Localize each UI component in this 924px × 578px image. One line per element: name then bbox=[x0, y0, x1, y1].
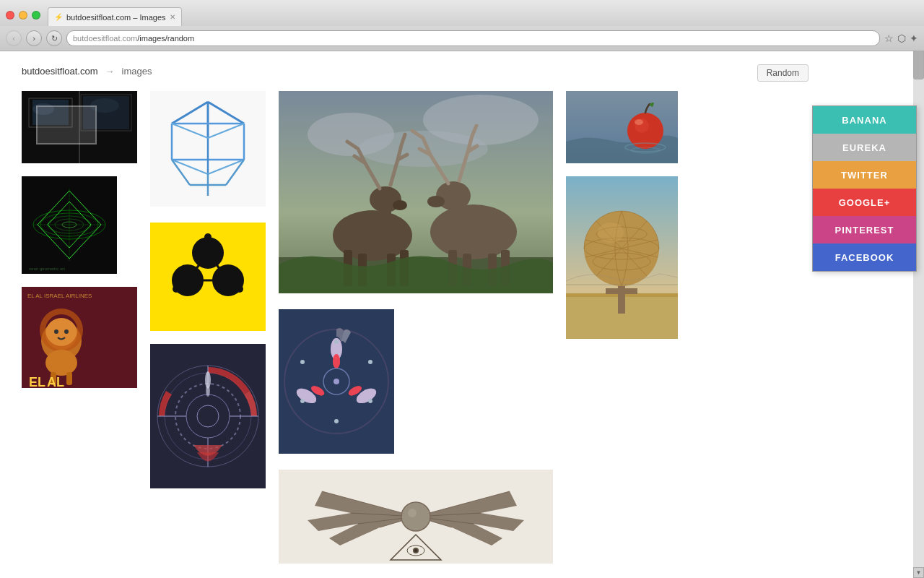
bookmark-icon[interactable]: ☆ bbox=[884, 33, 894, 44]
svg-point-7 bbox=[90, 98, 119, 113]
site-name[interactable]: butdoesitfloat.com bbox=[22, 66, 98, 77]
random-button[interactable]: Random bbox=[757, 64, 808, 82]
svg-point-28 bbox=[54, 329, 58, 334]
image-circular-art[interactable] bbox=[279, 309, 553, 457]
window-controls bbox=[6, 11, 40, 20]
dropdown-pinterest[interactable]: PINTEREST bbox=[813, 216, 916, 243]
image-apple[interactable] bbox=[566, 91, 678, 163]
svg-point-118 bbox=[408, 509, 417, 517]
dropdown-banana[interactable]: BANANA bbox=[813, 106, 916, 134]
svg-point-114 bbox=[300, 399, 305, 403]
back-button[interactable]: ‹ bbox=[6, 30, 22, 46]
extension-icon[interactable]: ⬡ bbox=[897, 33, 906, 44]
svg-point-142 bbox=[598, 223, 624, 243]
svg-point-86 bbox=[393, 200, 407, 210]
svg-point-105 bbox=[333, 354, 340, 368]
scroll-down-button[interactable]: ▼ bbox=[913, 567, 924, 578]
forward-button[interactable]: › bbox=[26, 30, 42, 46]
minimize-button[interactable] bbox=[19, 11, 27, 20]
dropdown-twitter[interactable]: TWITTER bbox=[813, 161, 916, 189]
image-grid: neon geometric art EL AL ISRAEL AIRLINES bbox=[22, 91, 902, 566]
svg-rect-2 bbox=[32, 100, 69, 125]
image-moose[interactable] bbox=[279, 91, 553, 296]
svg-point-93 bbox=[427, 196, 445, 207]
browser-chrome: ⚡ butdoesitfloat.com – Images ✕ ‹ › ↻ bu… bbox=[0, 0, 924, 51]
dropdown-facebook[interactable]: FACEBOOK bbox=[813, 243, 916, 271]
image-geodesic-sphere[interactable] bbox=[566, 176, 678, 339]
svg-point-109 bbox=[334, 379, 339, 384]
settings-icon[interactable]: ✦ bbox=[910, 33, 918, 44]
col-3 bbox=[279, 91, 553, 566]
maximize-button[interactable] bbox=[32, 11, 40, 20]
image-logo[interactable] bbox=[150, 223, 266, 331]
svg-point-29 bbox=[64, 329, 69, 334]
browser-toolbar: ‹ › ↻ butdoesitfloat.com /images/random … bbox=[0, 26, 924, 51]
dropdown-menu: BANANA EUREKA TWITTER GOOGLE+ PINTEREST … bbox=[812, 105, 917, 272]
scrollbar-thumb[interactable] bbox=[913, 51, 924, 79]
svg-rect-32 bbox=[66, 372, 72, 385]
svg-point-61 bbox=[236, 285, 243, 293]
svg-text:EL AL ISRAEL AIRLINES: EL AL ISRAEL AIRLINES bbox=[27, 293, 92, 299]
browser-tab[interactable]: ⚡ butdoesitfloat.com – Images ✕ bbox=[48, 7, 182, 26]
svg-point-111 bbox=[368, 360, 372, 364]
col-4 bbox=[566, 91, 678, 566]
svg-point-115 bbox=[300, 360, 305, 364]
svg-text:EL: EL bbox=[29, 375, 45, 388]
image-pattern[interactable] bbox=[150, 344, 266, 491]
tab-title: butdoesitfloat.com – Images bbox=[66, 13, 166, 22]
svg-point-6 bbox=[32, 103, 54, 115]
url-path: /images/random bbox=[137, 34, 194, 43]
svg-point-59 bbox=[204, 233, 212, 241]
toolbar-icons: ☆ ⬡ ✦ bbox=[884, 33, 918, 44]
page-content: butdoesitfloat.com → images Random BANAN… bbox=[0, 51, 924, 578]
svg-point-112 bbox=[368, 399, 372, 403]
svg-text:AL: AL bbox=[47, 375, 64, 388]
svg-point-117 bbox=[401, 502, 430, 531]
address-bar[interactable]: butdoesitfloat.com /images/random bbox=[66, 30, 880, 46]
svg-text:neon geometric art: neon geometric art bbox=[29, 267, 65, 271]
svg-point-60 bbox=[173, 285, 180, 293]
svg-point-126 bbox=[635, 119, 643, 125]
close-button[interactable] bbox=[6, 11, 14, 20]
image-israel-airlines[interactable]: EL AL ISRAEL AIRLINES EL bbox=[22, 287, 137, 388]
col-1: neon geometric art EL AL ISRAEL AIRLINES bbox=[22, 91, 137, 566]
url-base: butdoesitfloat.com bbox=[73, 34, 137, 43]
tab-icon: ⚡ bbox=[54, 13, 63, 21]
svg-point-110 bbox=[334, 340, 339, 344]
breadcrumb-arrow: → bbox=[105, 66, 115, 77]
svg-point-73 bbox=[206, 385, 210, 397]
image-neon[interactable]: neon geometric art bbox=[22, 176, 117, 274]
svg-point-122 bbox=[414, 549, 417, 552]
svg-point-30 bbox=[45, 350, 77, 376]
tab-close-icon[interactable]: ✕ bbox=[170, 13, 175, 21]
svg-point-113 bbox=[334, 419, 339, 423]
image-structure[interactable] bbox=[150, 91, 266, 210]
dropdown-eureka[interactable]: EUREKA bbox=[813, 134, 916, 161]
svg-rect-133 bbox=[606, 288, 637, 294]
browser-titlebar: ⚡ butdoesitfloat.com – Images ✕ bbox=[0, 0, 924, 26]
image-wings[interactable] bbox=[279, 470, 553, 566]
col-2 bbox=[150, 91, 266, 566]
refresh-button[interactable]: ↻ bbox=[46, 30, 62, 46]
image-train[interactable] bbox=[22, 91, 137, 163]
breadcrumb-section[interactable]: images bbox=[122, 66, 152, 77]
dropdown-google-plus[interactable]: GOOGLE+ bbox=[813, 189, 916, 216]
